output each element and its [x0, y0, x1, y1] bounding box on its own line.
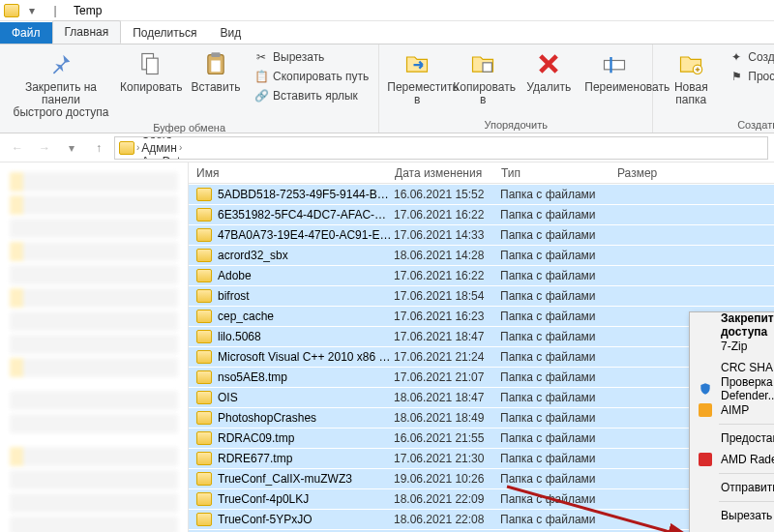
copy-button[interactable]: Копировать — [120, 48, 180, 94]
column-type[interactable]: Тип — [493, 163, 610, 183]
file-type: Папка с файлами — [500, 350, 616, 364]
column-size[interactable]: Размер — [610, 163, 774, 183]
file-row[interactable]: cep_cache17.06.2021 16:23Папка с файлами — [189, 306, 774, 326]
tab-home[interactable]: Главная — [52, 20, 122, 44]
nav-forward-button[interactable]: → — [33, 136, 56, 160]
copy-label: Копировать — [120, 80, 183, 94]
shield-icon — [698, 381, 713, 397]
breadcrumb-segment[interactable]: AppData› — [141, 155, 256, 160]
file-date: 18.06.2021 18:49 — [394, 411, 500, 425]
new-item-button[interactable]: ✦Создать элемент▾ — [727, 48, 774, 66]
file-row[interactable]: TrueConf_CalIX-muZWZ319.06.2021 10:26Пап… — [189, 468, 774, 488]
folder-icon — [196, 411, 212, 425]
folder-icon — [196, 350, 212, 364]
file-row[interactable]: TrueConf-5YPxJO18.06.2021 22:08Папка с ф… — [189, 509, 774, 529]
new-folder-icon — [675, 48, 706, 79]
file-type: Папка с файлами — [500, 330, 616, 343]
column-date[interactable]: Дата изменения — [387, 163, 493, 183]
file-row[interactable]: acrord32_sbx18.06.2021 14:28Папка с файл… — [189, 245, 774, 265]
file-date: 17.06.2021 21:07 — [394, 370, 500, 384]
file-row[interactable]: 5ADBD518-7253-49F5-9144-BCA62137D57816.0… — [189, 184, 774, 204]
context-menu: Закрепить на панели быстрого доступа 7-Z… — [689, 311, 774, 532]
pin-button[interactable]: Закрепить на панели быстрого доступа — [8, 48, 114, 120]
address-folder-icon — [119, 141, 134, 155]
file-row[interactable]: 6E351982-5FC4-4DC7-AFAC-C0208469E2...17.… — [189, 204, 774, 224]
ctx-send-to[interactable]: Отправить▶ — [692, 477, 774, 498]
svg-rect-1 — [147, 58, 159, 74]
copy-path-button[interactable]: 📋Скопировать путь — [252, 68, 371, 85]
ctx-cut[interactable]: Вырезать — [692, 505, 774, 526]
group-new: Новая папка ✦Создать элемент▾ ⚑Простой д… — [653, 44, 774, 133]
breadcrumb-segment[interactable]: Админ› — [141, 141, 256, 155]
file-row[interactable]: Adobe17.06.2021 16:22Папка с файлами — [189, 265, 774, 285]
group-clipboard: Закрепить на панели быстрого доступа Коп… — [0, 44, 379, 133]
nav-back-button[interactable]: ← — [6, 136, 29, 160]
svg-rect-11 — [699, 453, 712, 466]
aimp-icon — [698, 402, 713, 418]
file-date: 17.06.2021 18:47 — [394, 330, 500, 343]
delete-button[interactable]: Удалить — [519, 48, 579, 94]
qat-down-icon[interactable]: ▾ — [21, 1, 43, 20]
svg-rect-5 — [483, 63, 491, 72]
easy-access-button[interactable]: ⚑Простой доступ▾ — [727, 68, 774, 85]
group-organize-label: Упорядочить — [387, 117, 644, 133]
separator — [719, 424, 774, 425]
ctx-copy[interactable]: Копировать — [692, 526, 774, 532]
file-row[interactable]: RDRAC09.tmp16.06.2021 21:55Папка с файла… — [189, 428, 774, 448]
file-type: Папка с файлами — [500, 310, 616, 323]
path-icon: 📋 — [253, 69, 269, 84]
tab-share[interactable]: Поделиться — [121, 22, 208, 44]
ctx-aimp[interactable]: AIMP▶ — [692, 399, 774, 421]
ctx-share-access[interactable]: Предоставить доступ к▶ — [692, 428, 774, 449]
file-row[interactable]: nso5AE8.tmp17.06.2021 21:07Папка с файла… — [189, 367, 774, 387]
file-row[interactable]: 47BA0A73-19E4-47E0-AC91-ECD5D33E67...17.… — [189, 224, 774, 245]
delete-icon — [533, 48, 564, 79]
file-name: lilo.5068 — [218, 330, 394, 343]
file-row[interactable]: lilo.506817.06.2021 18:47Папка с файлами — [189, 326, 774, 346]
folder-icon — [196, 472, 212, 486]
move-to-button[interactable]: Переместить в — [387, 48, 447, 106]
file-row[interactable]: PhotoshopCrashes18.06.2021 18:49Папка с … — [189, 407, 774, 428]
paste-button[interactable]: Вставить — [186, 48, 246, 94]
ctx-pin[interactable]: Закрепить на панели быстрого доступа — [692, 314, 774, 336]
cut-button[interactable]: ✂Вырезать — [252, 48, 371, 66]
file-date: 17.06.2021 16:22 — [394, 208, 500, 222]
folder-icon — [196, 188, 212, 201]
nav-up-button[interactable]: ↑ — [87, 136, 110, 160]
amd-icon — [698, 452, 713, 467]
folder-icon — [196, 492, 212, 506]
paste-label: Вставить — [192, 80, 241, 94]
file-date: 16.06.2021 15:52 — [394, 188, 500, 201]
file-name: RDRAC09.tmp — [218, 431, 394, 445]
pin-label: Закрепить на панели быстрого доступа — [14, 80, 109, 119]
nav-down-button[interactable]: ▾ — [60, 136, 83, 160]
ribbon-tabs: Файл Главная Поделиться Вид — [0, 21, 774, 44]
separator — [719, 473, 774, 474]
rename-button[interactable]: Переименовать — [584, 48, 644, 94]
new-folder-button[interactable]: Новая папка — [661, 48, 721, 106]
column-name[interactable]: Имя — [189, 163, 387, 183]
address-bar[interactable]: › Этот компьютер›Локальный диск (C:)›Use… — [114, 136, 768, 160]
svg-rect-3 — [211, 52, 220, 57]
file-row[interactable]: RDRE677.tmp17.06.2021 21:30Папка с файла… — [189, 448, 774, 468]
ctx-amd[interactable]: AMD Radeon Software — [692, 449, 774, 470]
file-row[interactable]: Microsoft Visual C++ 2010 x86 Redistrib.… — [189, 346, 774, 367]
tab-file[interactable]: Файл — [0, 22, 52, 44]
file-row[interactable]: bifrost17.06.2021 18:54Папка с файлами — [189, 285, 774, 306]
file-date: 18.06.2021 22:09 — [394, 492, 500, 506]
column-headers[interactable]: Имя Дата изменения Тип Размер — [189, 163, 774, 184]
folder-icon — [196, 513, 212, 526]
file-type: Папка с файлами — [500, 492, 616, 506]
tab-view[interactable]: Вид — [208, 22, 253, 44]
file-row[interactable]: OIS18.06.2021 18:47Папка с файлами — [189, 387, 774, 407]
copy-to-button[interactable]: Копировать в — [453, 48, 513, 106]
ctx-7zip[interactable]: 7-Zip▶ — [692, 336, 774, 357]
file-date: 18.06.2021 18:47 — [394, 391, 500, 404]
folder-icon — [4, 4, 19, 17]
paste-shortcut-button[interactable]: 🔗Вставить ярлык — [252, 87, 371, 104]
file-row[interactable]: TrueConf-4p0LKJ18.06.2021 22:09Папка с ф… — [189, 488, 774, 509]
file-type: Папка с файлами — [500, 391, 616, 404]
ctx-defender[interactable]: Проверка с использованием Microsoft Defe… — [692, 378, 774, 399]
folder-icon — [196, 269, 212, 282]
navigation-pane[interactable] — [0, 163, 189, 532]
